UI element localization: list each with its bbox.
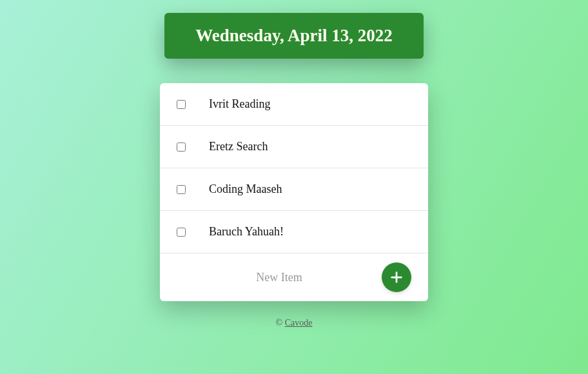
date-header: Wednesday, April 13, 2022	[164, 13, 423, 59]
todo-label: Coding Maaseh	[209, 182, 282, 196]
todo-row: Ivrit Reading	[160, 83, 428, 126]
todo-label: Eretz Search	[209, 140, 268, 153]
new-item-input[interactable]	[177, 271, 382, 284]
todo-card: Ivrit Reading Eretz Search Coding Maaseh…	[160, 83, 428, 301]
todo-label: Ivrit Reading	[209, 97, 270, 111]
footer: © Cavode	[276, 318, 313, 328]
new-item-row	[160, 253, 428, 301]
date-text: Wednesday, April 13, 2022	[195, 26, 392, 45]
todo-row: Coding Maaseh	[160, 168, 428, 211]
todo-checkbox[interactable]	[177, 185, 186, 194]
todo-checkbox[interactable]	[177, 100, 186, 109]
todo-checkbox[interactable]	[177, 143, 186, 152]
todo-checkbox[interactable]	[177, 228, 186, 237]
todo-row: Eretz Search	[160, 126, 428, 168]
footer-link[interactable]: Cavode	[285, 318, 313, 328]
add-button[interactable]	[382, 262, 411, 292]
plus-icon	[389, 270, 404, 284]
copyright-symbol: ©	[276, 318, 285, 328]
todo-label: Baruch Yahuah!	[209, 225, 284, 239]
todo-row: Baruch Yahuah!	[160, 211, 428, 253]
